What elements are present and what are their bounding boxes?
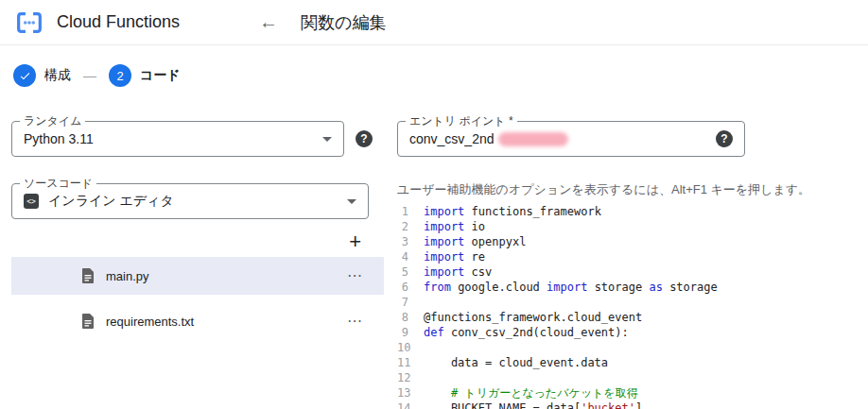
code-text: import csv <box>424 264 492 280</box>
file-menu-button[interactable]: ⋯ <box>341 267 369 284</box>
top-header: Cloud Functions ← 関数の編集 <box>0 0 868 45</box>
chevron-down-icon <box>322 137 332 142</box>
code-line: 10 <box>397 340 868 355</box>
file-name: main.py <box>106 269 149 283</box>
code-line: 1import functions_framework <box>397 204 868 219</box>
source-code-value: インライン エディタ <box>48 193 174 210</box>
code-text: @functions_framework.cloud_event <box>424 310 642 325</box>
code-text: import openpyxl <box>424 234 526 249</box>
editor-panel: エントリ ポイント * conv_csv_2nd ? ユーザー補助機能のオプショ… <box>384 121 868 409</box>
step1-label[interactable]: 構成 <box>44 67 71 84</box>
code-line: 7 <box>397 295 868 310</box>
code-line: 9def conv_csv_2nd(cloud_event): <box>397 325 868 340</box>
file-doc-icon <box>81 314 95 329</box>
line-number: 4 <box>397 249 424 264</box>
code-line: 12 <box>397 370 868 385</box>
step2-circle[interactable]: 2 <box>109 64 131 87</box>
page-title: 関数の編集 <box>301 11 386 34</box>
back-arrow-button[interactable]: ← <box>253 8 284 38</box>
code-text: BUCKET_NAME = data['bucket'] <box>424 400 642 409</box>
chevron-down-icon <box>347 199 356 204</box>
line-number: 2 <box>397 219 424 234</box>
line-number: 10 <box>397 340 424 355</box>
step2-label[interactable]: コード <box>140 67 181 84</box>
accessibility-hint: ユーザー補助機能のオプションを表示するには、Alt+F1 キーを押します。 <box>397 181 868 198</box>
code-line: 6from google.cloud import storage as sto… <box>397 280 868 295</box>
line-number: 14 <box>397 400 424 409</box>
cloud-functions-logo-icon <box>11 5 47 41</box>
stepper-dash: — <box>83 68 96 83</box>
entry-point-value: conv_csv_2nd <box>409 131 495 146</box>
redacted-text-blur <box>498 132 568 146</box>
line-number: 11 <box>397 355 424 370</box>
line-number: 9 <box>397 325 424 340</box>
runtime-value: Python 3.11 <box>24 131 94 146</box>
app-title: Cloud Functions <box>57 12 180 32</box>
entry-point-help-icon[interactable]: ? <box>716 130 733 147</box>
line-number: 6 <box>397 280 424 295</box>
code-text: def conv_csv_2nd(cloud_event): <box>424 325 629 340</box>
file-name: requirements.txt <box>106 315 194 329</box>
code-line: 11 data = cloud_event.data <box>397 355 868 370</box>
code-text: # トリガーとなったバケットを取得 <box>424 385 638 400</box>
code-line: 14 BUCKET_NAME = data['bucket'] <box>397 400 868 409</box>
line-number: 5 <box>397 264 424 280</box>
runtime-help-icon[interactable]: ? <box>356 130 373 147</box>
line-number: 1 <box>397 204 424 219</box>
line-number: 7 <box>397 295 424 310</box>
runtime-label: ランタイム <box>20 113 85 129</box>
code-line: 8@functions_framework.cloud_event <box>397 310 868 325</box>
code-editor[interactable]: 1import functions_framework2import io3im… <box>397 204 868 409</box>
code-text: import re <box>424 249 485 264</box>
code-line: 5import csv <box>397 264 868 280</box>
inline-editor-icon: <> <box>24 194 39 209</box>
code-line: 4import re <box>397 249 868 264</box>
code-line: 13 # トリガーとなったバケットを取得 <box>397 385 868 400</box>
runtime-select[interactable]: ランタイム Python 3.11 <box>11 121 344 157</box>
line-number: 13 <box>397 385 424 400</box>
step1-check-icon[interactable] <box>13 64 36 87</box>
line-number: 3 <box>397 234 424 249</box>
code-text: import functions_framework <box>424 204 601 219</box>
entry-point-field[interactable]: エントリ ポイント * conv_csv_2nd ? <box>397 121 745 157</box>
line-number: 8 <box>397 310 424 325</box>
code-text: import io <box>424 219 485 234</box>
file-row[interactable]: requirements.txt⋯ <box>11 302 384 340</box>
left-panel: ランタイム Python 3.11 ? ソースコード <> インライン エディタ… <box>0 121 384 409</box>
source-code-select[interactable]: ソースコード <> インライン エディタ <box>11 183 369 219</box>
code-line: 2import io <box>397 219 868 234</box>
main-content: ランタイム Python 3.11 ? ソースコード <> インライン エディタ… <box>0 121 868 409</box>
add-file-button[interactable]: + <box>343 230 367 253</box>
code-line: 3import openpyxl <box>397 234 868 249</box>
code-text: from google.cloud import storage as stor… <box>424 280 718 295</box>
file-list: main.py⋯requirements.txt⋯ <box>11 257 384 340</box>
code-text: data = cloud_event.data <box>424 355 608 370</box>
entry-point-label: エントリ ポイント * <box>406 113 517 129</box>
file-doc-icon <box>81 268 95 283</box>
line-number: 12 <box>397 370 424 385</box>
stepper: 構成 — 2 コード <box>13 64 868 87</box>
file-menu-button[interactable]: ⋯ <box>341 313 369 330</box>
source-code-label: ソースコード <box>20 176 96 192</box>
file-row[interactable]: main.py⋯ <box>11 257 384 295</box>
